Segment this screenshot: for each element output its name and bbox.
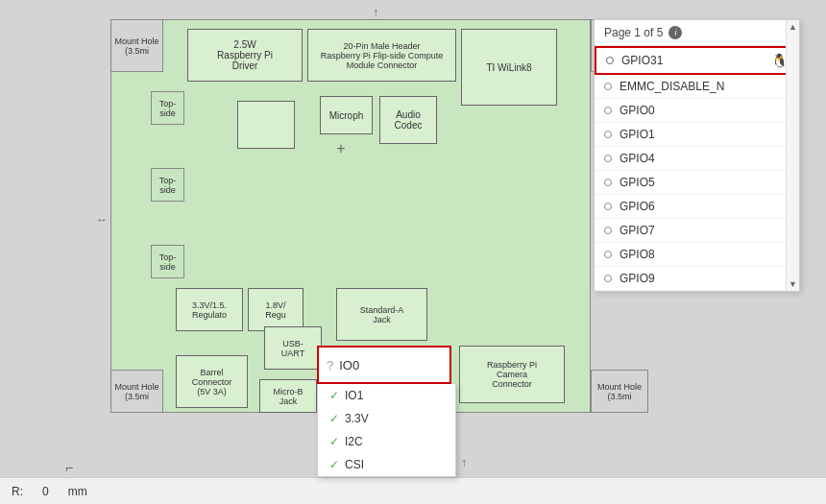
gpio-panel-header: Page 1 of 5 i: [595, 20, 799, 46]
io0-dropdown[interactable]: ✓ IO1 ✓ 3.3V ✓ I2C ✓ CSI: [317, 384, 456, 477]
corner-origin-icon: ⌐: [65, 460, 73, 475]
topside-label-1: Top-side: [151, 91, 184, 125]
gpio8-label: GPIO8: [620, 248, 655, 261]
microphone-component: Microph: [320, 96, 373, 134]
dropdown-item-csi[interactable]: ✓ CSI: [318, 453, 455, 476]
io0-label: IO0: [339, 358, 359, 372]
rpi-driver-component: 2.5WRaspberry PiDriver: [187, 29, 303, 82]
gpio6-dot: [604, 203, 612, 210]
emmc-dot: [604, 83, 612, 90]
dropdown-label-i2c: I2C: [345, 435, 363, 448]
regulator-33-component: 3.3V/1.5.Regulato: [176, 288, 243, 331]
mount-hole-bottom-left: Mount Hole (3.5mi: [110, 370, 163, 413]
check-i2c: ✓: [329, 435, 339, 448]
dropdown-label-33v: 3.3V: [345, 412, 369, 425]
r-label: R:: [12, 485, 23, 498]
check-csi: ✓: [329, 458, 339, 471]
gpio-item-gpio31[interactable]: GPIO31 🐧: [595, 46, 799, 75]
inner-box: [237, 101, 295, 149]
barrel-connector-component: BarrelConnector(5V 3A): [176, 355, 248, 408]
scroll-up-arrow[interactable]: ▲: [787, 20, 800, 34]
status-bar: R: 0 mm: [0, 477, 826, 504]
gpio-item-gpio1[interactable]: GPIO1: [595, 123, 799, 147]
gpio-item-gpio0[interactable]: GPIO0: [595, 99, 799, 123]
gpio1-label: GPIO1: [620, 128, 655, 141]
r-value: 0: [42, 485, 49, 498]
topside-label-2: Top-side: [151, 168, 184, 202]
mount-hole-bottom-right: Mount Hole (3.5mi: [591, 370, 648, 413]
usb-uart-component: USB-UART: [264, 326, 322, 370]
dropdown-label-csi: CSI: [345, 458, 364, 471]
micro-b-component: Micro-BJack: [259, 379, 317, 413]
canvas: Mount Hole (3.5mi Mount Hole (3.5mi Moun…: [0, 0, 826, 504]
io0-question-mark: ?: [327, 358, 333, 372]
gpio9-label: GPIO9: [620, 272, 655, 285]
top-arrow-indicator: ↑: [373, 6, 378, 19]
gpio-panel: Page 1 of 5 i GPIO31 🐧 EMMC_DISABLE_N GP…: [594, 19, 800, 292]
gpio-item-gpio7[interactable]: GPIO7: [595, 219, 799, 243]
wilink8-component: TI WiLink8: [461, 29, 557, 106]
bottom-arrow-indicator: ↑: [461, 456, 467, 469]
gpio4-dot: [604, 155, 612, 162]
gpio6-label: GPIO6: [620, 200, 655, 213]
dropdown-item-io1[interactable]: ✓ IO1: [318, 384, 455, 407]
page-info-label: Page 1 of 5: [604, 26, 663, 39]
gpio8-dot: [604, 251, 612, 258]
pin-header-component: 20-Pin Male HeaderRaspberry Pi Flip-side…: [307, 29, 456, 82]
dropdown-label-io1: IO1: [345, 389, 363, 402]
scroll-down-arrow[interactable]: ▼: [787, 277, 800, 291]
gpio31-label: GPIO31: [621, 54, 663, 67]
rpi-camera-component: Raspberry PiCameraConnector: [459, 346, 565, 403]
gpio31-dot: [606, 57, 614, 64]
gpio9-dot: [604, 275, 612, 282]
gpio-item-gpio9[interactable]: GPIO9: [595, 267, 799, 291]
r-unit: mm: [68, 485, 87, 498]
gpio-scrollbar[interactable]: ▲ ▼: [786, 20, 799, 291]
gpio5-label: GPIO5: [620, 176, 655, 189]
gpio-item-gpio8[interactable]: GPIO8: [595, 243, 799, 267]
gpio1-dot: [604, 131, 612, 138]
gpio5-dot: [604, 179, 612, 186]
emmc-label: EMMC_DISABLE_N: [620, 80, 724, 93]
audio-codec-component: AudioCodec: [379, 96, 437, 144]
regulator-18-component: 1.8V/Regu: [248, 288, 304, 331]
left-arrow-indicator: ↔: [96, 213, 108, 227]
gpio-item-emmc-disable[interactable]: EMMC_DISABLE_N: [595, 75, 799, 99]
plus-symbol: +: [327, 134, 355, 163]
gpio0-label: GPIO0: [620, 104, 655, 117]
dropdown-item-i2c[interactable]: ✓ I2C: [318, 430, 455, 453]
dropdown-item-33v[interactable]: ✓ 3.3V: [318, 407, 455, 430]
mount-hole-top-left: Mount Hole (3.5mi: [110, 19, 163, 72]
gpio-item-gpio5[interactable]: GPIO5: [595, 171, 799, 195]
gpio7-dot: [604, 227, 612, 234]
gpio-item-gpio4[interactable]: GPIO4: [595, 147, 799, 171]
gpio0-dot: [604, 107, 612, 114]
gpio-item-gpio6[interactable]: GPIO6: [595, 195, 799, 219]
gpio7-label: GPIO7: [620, 224, 655, 237]
check-33v: ✓: [329, 412, 339, 425]
gpio4-label: GPIO4: [620, 152, 655, 165]
standard-jack-component: Standard-AJack: [336, 288, 427, 341]
info-icon: i: [668, 26, 682, 39]
io0-box[interactable]: ? IO0: [317, 346, 451, 384]
check-io1: ✓: [329, 389, 339, 402]
topside-label-3: Top-side: [151, 245, 184, 278]
